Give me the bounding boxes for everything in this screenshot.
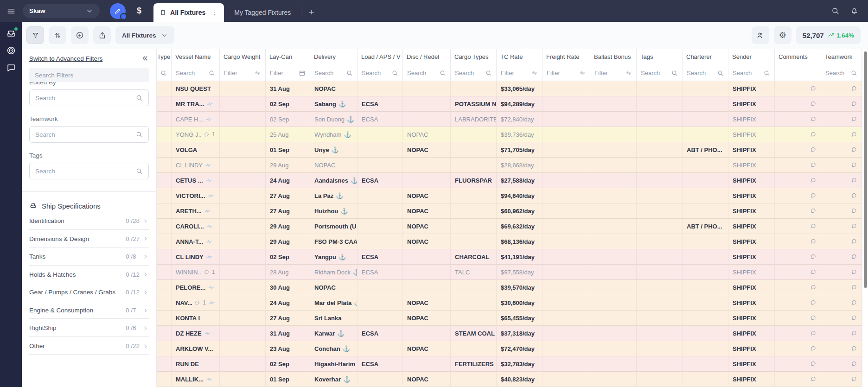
column-header-disc[interactable]: Disc / Redel <box>403 49 451 65</box>
comments-bubble-icon[interactable] <box>810 208 817 214</box>
cell-vessel[interactable]: ARKLOW V... <box>172 341 220 356</box>
cell-teamwork[interactable] <box>821 249 862 265</box>
cell-tags[interactable] <box>637 326 683 341</box>
cell-type[interactable] <box>157 158 172 173</box>
column-header-charterer[interactable]: Charterer <box>683 49 728 65</box>
cell-tcRate[interactable]: $97,558/day <box>497 265 542 280</box>
cell-load[interactable] <box>357 234 403 249</box>
cell-sender[interactable]: SHIPFIX <box>728 173 775 188</box>
cell-comments[interactable] <box>775 372 821 387</box>
comments-bubble-icon[interactable] <box>810 116 817 122</box>
cell-tags[interactable] <box>637 142 683 158</box>
cell-disc[interactable]: NOPAC <box>403 203 451 219</box>
column-header-vessel[interactable]: Vessel Name <box>172 49 220 65</box>
cell-cargoWeight[interactable] <box>220 96 266 112</box>
cell-sender[interactable]: SHIPFIX <box>728 311 775 326</box>
cell-delivery[interactable]: NOPAC <box>310 158 357 173</box>
cell-cargoTypes[interactable] <box>451 81 497 96</box>
teamwork-bubble-icon[interactable] <box>851 116 857 122</box>
cell-vessel[interactable]: KONTA I <box>172 311 220 326</box>
cell-layCan[interactable]: 24 Aug <box>266 295 310 311</box>
cell-comments[interactable] <box>775 326 821 341</box>
cell-cargoTypes[interactable] <box>451 158 497 173</box>
comments-bubble-icon[interactable] <box>810 361 817 367</box>
cell-tcRate[interactable]: $30,600/day <box>497 295 542 311</box>
cell-freightRate[interactable] <box>542 96 590 112</box>
cell-delivery[interactable]: Son Duong⚓ <box>310 112 357 127</box>
cell-cargoWeight[interactable] <box>220 203 266 219</box>
cell-load[interactable]: ECSA <box>357 249 403 265</box>
cell-comments[interactable] <box>775 127 821 142</box>
cell-cargoTypes[interactable] <box>451 219 497 234</box>
cell-freightRate[interactable] <box>542 234 590 249</box>
cell-sender[interactable]: SHIPFIX <box>728 326 775 341</box>
cell-cargoTypes[interactable]: LABRADORITE <box>451 112 497 127</box>
teamwork-bubble-icon[interactable] <box>851 315 857 321</box>
cell-charterer[interactable]: ABT / PHO... <box>683 142 728 158</box>
cell-sender[interactable]: SHIPFIX <box>728 249 775 265</box>
workspace-selector[interactable]: Skaw <box>23 4 100 18</box>
cell-layCan[interactable]: 27 Aug <box>266 188 310 203</box>
cell-tcRate[interactable]: $41,191/day <box>497 249 542 265</box>
cell-layCan[interactable]: 29 Aug <box>266 158 310 173</box>
cell-cargoWeight[interactable] <box>220 249 266 265</box>
cell-sender[interactable]: SHIPFIX <box>728 356 775 372</box>
cell-teamwork[interactable] <box>821 127 862 142</box>
cell-freightRate[interactable] <box>542 265 590 280</box>
cell-comments[interactable] <box>775 219 821 234</box>
column-filter-layCan[interactable]: Filter <box>266 65 310 81</box>
cell-teamwork[interactable] <box>821 372 862 387</box>
cell-tcRate[interactable]: $65,455/day <box>497 311 542 326</box>
cell-disc[interactable] <box>403 265 451 280</box>
cell-ballastBonus[interactable] <box>590 219 637 234</box>
cell-type[interactable] <box>157 280 172 295</box>
cell-disc[interactable]: NOPAC <box>403 219 451 234</box>
cell-freightRate[interactable] <box>542 127 590 142</box>
cell-freightRate[interactable] <box>542 81 590 96</box>
cell-charterer[interactable] <box>683 326 728 341</box>
teamwork-bubble-icon[interactable] <box>851 299 857 306</box>
teamwork-bubble-icon[interactable] <box>851 345 857 352</box>
cell-charterer[interactable] <box>683 295 728 311</box>
cell-layCan[interactable]: 25 Aug <box>266 127 310 142</box>
cell-teamwork[interactable] <box>821 295 862 311</box>
column-header-layCan[interactable]: Lay-Can <box>266 49 310 65</box>
cell-tags[interactable] <box>637 356 683 372</box>
column-header-type[interactable]: Type <box>157 49 172 65</box>
cell-charterer[interactable] <box>683 356 728 372</box>
inbox-icon[interactable] <box>6 28 16 38</box>
cell-comments[interactable] <box>775 96 821 112</box>
cell-delivery[interactable]: FSO PM-3 CAA <box>310 234 357 249</box>
cell-disc[interactable]: NOPAC <box>403 341 451 356</box>
cell-tags[interactable] <box>637 295 683 311</box>
cell-type[interactable] <box>157 265 172 280</box>
teamwork-bubble-icon[interactable] <box>851 101 857 107</box>
comments-bubble-icon[interactable] <box>810 101 817 107</box>
cell-layCan[interactable]: 23 Aug <box>266 341 310 356</box>
spec-item-dimensions-design[interactable]: Dimensions & Design0 /27 <box>29 230 149 248</box>
cell-tags[interactable] <box>637 127 683 142</box>
comments-bubble-icon[interactable] <box>810 330 817 336</box>
cell-vessel[interactable]: WINNIN...1 <box>172 265 220 280</box>
cell-cargoWeight[interactable] <box>220 188 266 203</box>
column-header-ballastBonus[interactable]: Ballast Bonus <box>590 49 637 65</box>
comments-bubble-icon[interactable] <box>810 254 817 260</box>
cell-disc[interactable] <box>403 356 451 372</box>
cell-type[interactable] <box>157 295 172 311</box>
column-header-load[interactable]: Load / APS / V <box>357 49 403 65</box>
dollar-icon[interactable]: $ <box>137 6 141 16</box>
comments-bubble-icon[interactable] <box>810 131 817 138</box>
comments-bubble-icon[interactable] <box>810 192 817 199</box>
cell-charterer[interactable] <box>683 234 728 249</box>
cell-charterer[interactable] <box>683 158 728 173</box>
cell-cargoWeight[interactable] <box>220 295 266 311</box>
cell-comments[interactable] <box>775 112 821 127</box>
cell-type[interactable] <box>157 142 172 158</box>
cell-tags[interactable] <box>637 341 683 356</box>
cell-teamwork[interactable] <box>821 203 862 219</box>
cell-charterer[interactable] <box>683 203 728 219</box>
cell-layCan[interactable]: 31 Aug <box>266 81 310 96</box>
cell-teamwork[interactable] <box>821 112 862 127</box>
cell-load[interactable] <box>357 158 403 173</box>
cell-freightRate[interactable] <box>542 295 590 311</box>
